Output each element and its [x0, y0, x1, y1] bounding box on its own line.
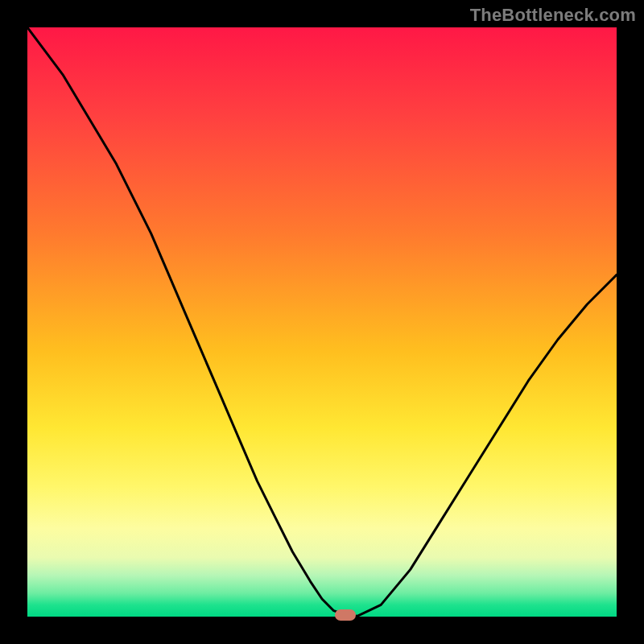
chart-frame: TheBottleneck.com — [0, 0, 644, 644]
plot-area — [27, 27, 617, 617]
watermark-text: TheBottleneck.com — [470, 5, 636, 26]
optimum-marker — [335, 609, 356, 621]
bottleneck-curve — [27, 27, 617, 617]
